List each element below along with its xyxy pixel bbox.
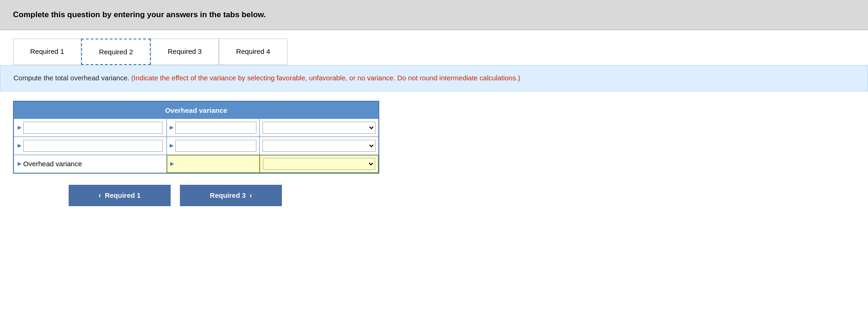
overhead-variance-table: Overhead variance Favorable Unfavorable … bbox=[13, 101, 379, 174]
tabs-container: Required 1 Required 2 Required 3 Require… bbox=[0, 30, 868, 65]
next-button[interactable]: Required 3 › bbox=[180, 185, 282, 206]
tab-3-label: Required 3 bbox=[168, 47, 202, 55]
tab-required-4[interactable]: Required 4 bbox=[219, 39, 287, 65]
overhead-select[interactable]: Favorable Unfavorable No variance bbox=[263, 158, 375, 170]
row2-select[interactable]: Favorable Unfavorable No variance bbox=[262, 140, 376, 152]
row1-label-cell bbox=[14, 119, 167, 136]
next-button-label: Required 3 bbox=[210, 191, 246, 199]
table-body: Favorable Unfavorable No variance bbox=[14, 119, 378, 173]
tab-required-3[interactable]: Required 3 bbox=[151, 39, 219, 65]
instructions-main: Compute the total overhead variance. bbox=[13, 74, 131, 82]
instructions-area: Compute the total overhead variance. (In… bbox=[0, 65, 868, 91]
banner-text: Complete this question by entering your … bbox=[13, 10, 266, 19]
tab-1-label: Required 1 bbox=[30, 47, 64, 55]
overhead-label-cell: Overhead variance bbox=[14, 155, 167, 173]
next-chevron: › bbox=[249, 191, 252, 200]
table-header: Overhead variance bbox=[14, 102, 378, 119]
table-row: Favorable Unfavorable No variance bbox=[14, 119, 378, 136]
overhead-label-text: Overhead variance bbox=[23, 160, 82, 168]
row1-value-cell bbox=[167, 119, 260, 136]
tab-2-label: Required 2 bbox=[99, 48, 133, 56]
row1-select[interactable]: Favorable Unfavorable No variance bbox=[262, 122, 376, 134]
row1-value-input[interactable] bbox=[175, 122, 256, 134]
row2-select-cell: Favorable Unfavorable No variance bbox=[260, 137, 378, 155]
tab-4-label: Required 4 bbox=[236, 47, 270, 55]
row2-value-input[interactable] bbox=[175, 140, 256, 152]
prev-button[interactable]: ‹ Required 1 bbox=[69, 185, 171, 206]
overhead-select-cell[interactable]: Favorable Unfavorable No variance bbox=[260, 155, 378, 173]
overhead-variance-row: Overhead variance Favorable Unfavorable … bbox=[14, 155, 378, 173]
row1-label-input[interactable] bbox=[23, 122, 163, 134]
instructions-note: (Indicate the effect of the variance by … bbox=[131, 74, 520, 82]
tab-required-2[interactable]: Required 2 bbox=[81, 39, 150, 65]
table-row: Favorable Unfavorable No variance bbox=[14, 136, 378, 155]
overhead-value-cell[interactable] bbox=[167, 155, 260, 173]
nav-buttons: ‹ Required 1 Required 3 › bbox=[69, 185, 855, 206]
content-area: Overhead variance Favorable Unfavorable … bbox=[0, 91, 868, 215]
row1-select-cell: Favorable Unfavorable No variance bbox=[260, 119, 378, 136]
prev-button-label: Required 1 bbox=[105, 191, 141, 199]
tab-required-1[interactable]: Required 1 bbox=[13, 39, 81, 65]
row2-label-cell bbox=[14, 137, 167, 155]
overhead-value-input[interactable] bbox=[176, 158, 256, 170]
prev-chevron: ‹ bbox=[99, 191, 101, 200]
row2-label-input[interactable] bbox=[23, 140, 163, 152]
top-banner: Complete this question by entering your … bbox=[0, 0, 868, 30]
row2-value-cell bbox=[167, 137, 260, 155]
